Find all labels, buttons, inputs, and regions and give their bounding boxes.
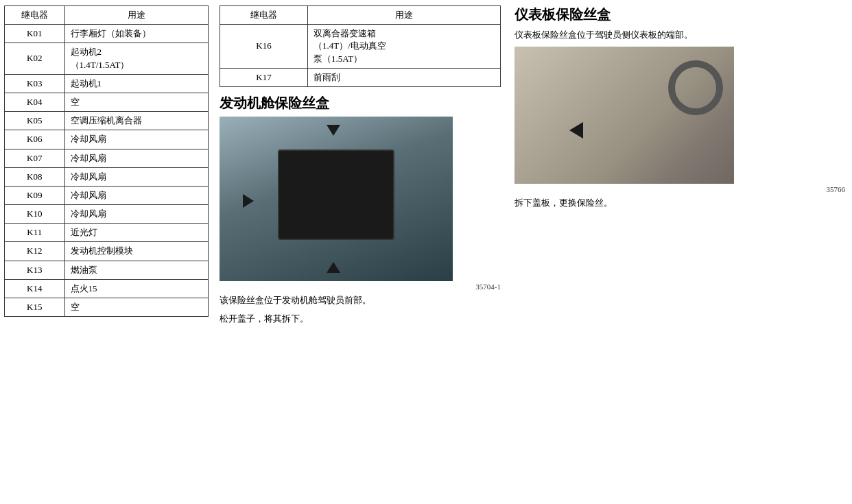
right-section: 仪表板保险丝盒 仪表板保险丝盒位于驾驶员侧仪表板的端部。 35766 拆下盖板，… — [508, 0, 852, 504]
engine-desc1: 该保险丝盒位于发动机舱驾驶员前部。 — [220, 293, 501, 308]
relay-desc: 点火15 — [64, 279, 208, 298]
relay-id: K03 — [5, 74, 65, 93]
relay-desc: 起动机1 — [64, 74, 208, 93]
left-col-header-desc: 用途 — [64, 6, 208, 25]
relay-desc: 空 — [64, 93, 208, 111]
dash-image-caption: 35766 — [514, 185, 845, 193]
engine-desc2: 松开盖子，将其拆下。 — [220, 312, 501, 326]
relay-desc: 燃油泵 — [64, 261, 208, 279]
relay-desc: 冷却风扇 — [64, 167, 208, 186]
relay-id: K07 — [5, 149, 65, 167]
relay-id: K13 — [5, 261, 65, 279]
relay-desc: 空调压缩机离合器 — [64, 112, 208, 130]
dash-desc2: 拆下盖板，更换保险丝。 — [514, 196, 845, 211]
engine-image — [220, 117, 453, 281]
relay-id: K11 — [5, 224, 65, 242]
engine-section-title: 发动机舱保险丝盒 — [220, 94, 501, 112]
relay-id: K12 — [5, 242, 65, 261]
dash-desc1: 仪表板保险丝盒位于驾驶员侧仪表板的端部。 — [514, 28, 845, 43]
relay-desc: 发动机控制模块 — [64, 242, 208, 261]
engine-image-caption: 35704-1 — [220, 283, 501, 291]
mid-relay-id: K17 — [220, 68, 308, 86]
relay-id: K14 — [5, 279, 65, 298]
mid-col-header-desc: 用途 — [308, 6, 501, 25]
mid-relay-desc: 双离合器变速箱 （1.4T）/电动真空 泵（1.5AT） — [308, 25, 501, 69]
relay-desc: 起动机2 （1.4T/1.5AT） — [64, 43, 208, 74]
left-col-header-relay: 继电器 — [5, 6, 65, 25]
relay-id: K09 — [5, 186, 65, 204]
relay-desc: 行李厢灯（如装备） — [64, 25, 208, 43]
relay-desc: 冷却风扇 — [64, 149, 208, 167]
relay-id: K05 — [5, 112, 65, 130]
relay-id: K01 — [5, 25, 65, 43]
mid-relay-desc: 前雨刮 — [308, 68, 501, 86]
relay-id: K10 — [5, 205, 65, 224]
mid-relay-id: K16 — [220, 25, 308, 69]
relay-id: K02 — [5, 43, 65, 74]
middle-section: 继电器 用途 K16双离合器变速箱 （1.4T）/电动真空 泵（1.5AT）K1… — [213, 0, 508, 504]
mid-col-header-relay: 继电器 — [220, 6, 308, 25]
relay-id: K06 — [5, 130, 65, 149]
relay-id: K08 — [5, 167, 65, 186]
dash-section-title: 仪表板保险丝盒 — [514, 5, 845, 24]
relay-id: K15 — [5, 298, 65, 317]
relay-desc: 空 — [64, 298, 208, 317]
dash-image — [514, 47, 734, 184]
relay-id: K04 — [5, 93, 65, 111]
relay-desc: 冷却风扇 — [64, 130, 208, 149]
left-relay-table-section: 继电器 用途 K01行李厢灯（如装备）K02起动机2 （1.4T/1.5AT）K… — [0, 0, 213, 504]
relay-desc: 冷却风扇 — [64, 205, 208, 224]
relay-desc: 冷却风扇 — [64, 186, 208, 204]
middle-relay-table: 继电器 用途 K16双离合器变速箱 （1.4T）/电动真空 泵（1.5AT）K1… — [220, 5, 501, 87]
relay-desc: 近光灯 — [64, 224, 208, 242]
left-relay-table: 继电器 用途 K01行李厢灯（如装备）K02起动机2 （1.4T/1.5AT）K… — [4, 5, 209, 317]
